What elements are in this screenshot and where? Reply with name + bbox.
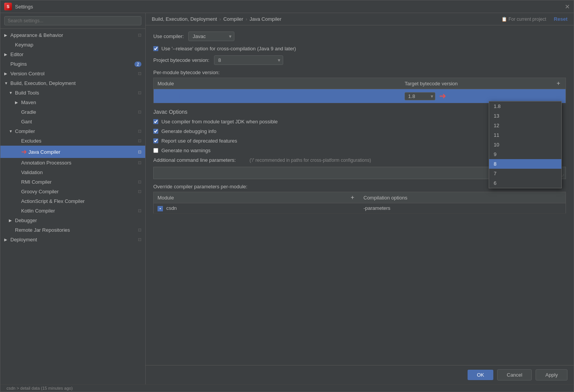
reset-button[interactable]: Reset	[554, 16, 567, 22]
expand-arrow: ▼	[9, 129, 13, 133]
target-dropdown[interactable]: 1.8 ▾	[405, 92, 435, 100]
sidebar-item-label: Gradle	[21, 109, 136, 115]
sidebar-item-gant[interactable]: Gant	[0, 117, 145, 126]
sidebar-item-label: ActionScript & Flex Compiler	[21, 198, 141, 204]
main-content: ▶ Appearance & Behavior ⊡ Keymap ▶ Edito…	[0, 13, 574, 384]
compiler-dropdown[interactable]: Javac ▾	[188, 32, 234, 41]
expand-arrow: ▶	[4, 71, 9, 76]
sidebar-item-editor[interactable]: ▶ Editor	[0, 50, 145, 59]
chevron-down-icon: ▾	[229, 33, 232, 39]
copy-icon: ⊡	[138, 71, 141, 76]
dropdown-item-11[interactable]: 11	[489, 130, 561, 140]
expand-arrow: ▶	[4, 33, 9, 37]
sidebar-item-gradle[interactable]: Gradle ⊡	[0, 107, 145, 117]
use-compiler-label: Use compiler:	[153, 33, 184, 39]
sidebar-item-label: Deployment	[10, 237, 136, 243]
copy-icon: ⊡	[138, 189, 141, 194]
checkbox-no-warnings[interactable]	[153, 148, 158, 153]
dropdown-item-8[interactable]: 8	[489, 159, 561, 169]
copy-icon: ⊡	[138, 237, 141, 242]
table-row[interactable]: ████ 1.8 ▾	[154, 89, 566, 103]
dropdown-item-6[interactable]: 6	[489, 178, 561, 188]
sidebar-item-label: Gant	[21, 119, 141, 125]
breadcrumb-sep-1: ›	[219, 16, 221, 22]
sidebar-item-label: Compiler	[15, 128, 136, 134]
settings-window: S Settings ✕ ▶ Appearance & Behavior ⊡ K	[0, 0, 574, 392]
sidebar-item-compiler[interactable]: ▼ Compiler ⊡	[0, 126, 145, 136]
add-module-button[interactable]: +	[555, 80, 562, 87]
sidebar-item-build-exec-deploy[interactable]: ▼ Build, Execution, Deployment	[0, 78, 145, 88]
dropdown-item-9[interactable]: 9	[489, 149, 561, 159]
sidebar-item-label: Kotlin Compiler	[21, 208, 136, 214]
release-option-checkbox[interactable]	[153, 46, 158, 51]
th-module: Module	[154, 78, 401, 89]
table-cell-target: 1.8 ▾ ➜ 1.8 13	[401, 89, 566, 103]
copy-icon: ⊡	[138, 90, 141, 95]
bytecode-version-dropdown[interactable]: 8 ▾	[214, 55, 283, 65]
th-target-label: Target bytecode version	[405, 81, 458, 86]
checkbox-label-2: Generate debugging info	[161, 128, 216, 134]
expand-icon: ⤢	[561, 173, 564, 178]
override-table-row[interactable]: ▪ csdn -parameters	[154, 203, 566, 214]
breadcrumb-sep-2: ›	[246, 16, 247, 22]
sidebar-item-groovy-compiler[interactable]: Groovy Compiler ⊡	[0, 187, 145, 196]
th-target: Target bytecode version +	[401, 78, 566, 89]
close-button[interactable]: ✕	[565, 3, 570, 10]
copy-icon: ⊡	[138, 160, 141, 165]
dropdown-item-1.8[interactable]: 1.8	[489, 101, 561, 111]
override-options-cell: -parameters	[360, 203, 566, 214]
dropdown-item-13[interactable]: 13	[489, 111, 561, 121]
sidebar-item-validation[interactable]: Validation	[0, 168, 145, 177]
sidebar-item-plugins[interactable]: Plugins 2	[0, 59, 145, 69]
sidebar-item-version-control[interactable]: ▶ Version Control ⊡	[0, 69, 145, 78]
override-module-header: Module	[158, 195, 174, 201]
copy-icon: ⊡	[138, 33, 141, 38]
sidebar-item-label: Excludes	[21, 138, 136, 144]
sidebar-item-actionscript-flex[interactable]: ActionScript & Flex Compiler	[0, 196, 145, 206]
sidebar-item-keymap[interactable]: Keymap	[0, 40, 145, 50]
chevron-down-icon: ▾	[278, 57, 280, 63]
ok-button[interactable]: OK	[468, 370, 493, 380]
add-override-button[interactable]: +	[349, 194, 356, 201]
sidebar-item-excludes[interactable]: Excludes ⊡	[0, 136, 145, 146]
bytecode-version-value: 8	[218, 57, 221, 63]
sidebar-item-rmi-compiler[interactable]: RMI Compiler ⊡	[0, 177, 145, 187]
dropdown-item-7[interactable]: 7	[489, 169, 561, 178]
copy-icon: ⊡	[138, 110, 141, 115]
module-folder-icon: ▪	[158, 206, 163, 211]
sidebar-item-java-compiler[interactable]: ➜ Java Compiler ⊡	[0, 146, 145, 158]
breadcrumb-part-3: Java Compiler	[250, 16, 282, 22]
expand-arrow: ▶	[4, 52, 9, 56]
per-module-section: Per-module bytecode version: Module Targ…	[153, 70, 566, 103]
sidebar-item-annotation-processors[interactable]: Annotation Processors ⊡	[0, 158, 145, 168]
sidebar-item-debugger[interactable]: ▶ Debugger	[0, 216, 145, 225]
module-name-blurred: ████	[158, 93, 195, 100]
dropdown-item-12[interactable]: 12	[489, 121, 561, 130]
checkbox-use-compiler-module[interactable]	[153, 119, 158, 124]
bytecode-version-row: Project bytecode version: 8 ▾	[153, 55, 566, 65]
sidebar-item-appearance[interactable]: ▶ Appearance & Behavior ⊡	[0, 30, 145, 40]
sidebar-item-maven[interactable]: ▶ Maven	[0, 98, 145, 107]
sidebar-item-build-tools[interactable]: ▼ Build Tools ⊡	[0, 88, 145, 98]
target-value: 1.8	[408, 93, 415, 99]
sidebar-item-deployment[interactable]: ▶ Deployment ⊡	[0, 235, 145, 244]
sidebar-item-label: Build, Execution, Deployment	[10, 80, 141, 86]
sidebar-item-kotlin-compiler[interactable]: Kotlin Compiler ⊡	[0, 206, 145, 216]
bytecode-version-label: Project bytecode version:	[153, 57, 209, 63]
expand-arrow: ▶	[4, 238, 9, 242]
checkbox-report-deprecated[interactable]	[153, 138, 158, 143]
override-module-name: csdn	[166, 205, 177, 211]
sidebar-item-remote-jar[interactable]: Remote Jar Repositories ⊡	[0, 225, 145, 235]
breadcrumb: Build, Execution, Deployment › Compiler …	[146, 13, 574, 25]
search-input[interactable]	[4, 16, 141, 25]
cancel-button[interactable]: Cancel	[497, 369, 532, 380]
sidebar-item-label: Maven	[21, 100, 141, 105]
table-cell-module: ████	[154, 89, 401, 103]
apply-button[interactable]: Apply	[536, 369, 567, 380]
sidebar-item-label: Debugger	[15, 218, 141, 223]
checkbox-generate-debug[interactable]	[153, 129, 158, 134]
copy-icon: ⊡	[138, 228, 141, 233]
copy-icon: ⊡	[138, 149, 141, 154]
sidebar-item-label: Groovy Compiler	[21, 189, 136, 194]
dropdown-item-10[interactable]: 10	[489, 140, 561, 149]
